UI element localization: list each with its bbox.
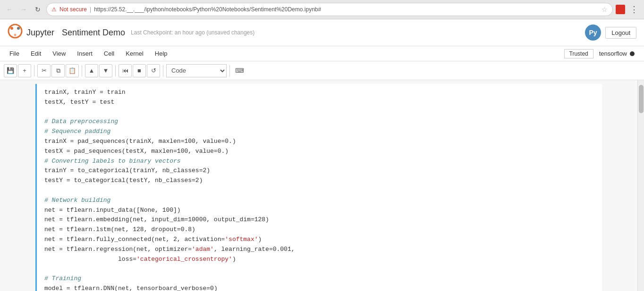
code-line-blank-3 bbox=[44, 264, 598, 274]
code-line-10: net = tflearn.embedding(net, input_dim=1… bbox=[44, 215, 598, 225]
menu-insert[interactable]: Insert bbox=[71, 48, 98, 59]
menu-bar: File Edit View Insert Cell Kernel Help T… bbox=[0, 46, 644, 61]
menu-help[interactable]: Help bbox=[149, 48, 173, 59]
move-up-button[interactable]: ▲ bbox=[85, 64, 98, 77]
toolbar-separator-2 bbox=[82, 65, 82, 76]
svg-point-1 bbox=[10, 27, 13, 30]
code-line-blank-1 bbox=[44, 108, 598, 117]
code-line-14: loss='categorical_crossentropy') bbox=[44, 255, 598, 265]
code-line-2: testX, testY = test bbox=[44, 98, 598, 108]
jupyter-logo: Jupyter bbox=[8, 24, 54, 42]
code-line-13: net = tflearn.regression(net, optimizer=… bbox=[44, 245, 598, 255]
notebook-content: trainX, trainY = train testX, testY = te… bbox=[0, 80, 644, 291]
code-line-5: trainX = pad_sequences(trainX, maxlen=10… bbox=[44, 137, 598, 147]
url-text: https://25.52.__.___/ipython/notebooks/P… bbox=[94, 6, 599, 13]
back-button[interactable]: ← bbox=[4, 4, 15, 15]
jupyter-logo-icon bbox=[8, 24, 23, 42]
logout-button[interactable]: Logout bbox=[605, 27, 636, 39]
menu-kernel[interactable]: Kernel bbox=[120, 48, 149, 59]
url-separator: | bbox=[90, 6, 91, 13]
jupyter-logo-text: Jupyter bbox=[26, 28, 54, 38]
bookmark-button[interactable]: ☆ bbox=[602, 6, 608, 13]
code-line-11: net = tflearn.lstm(net, 128, dropout=0.8… bbox=[44, 225, 598, 235]
menu-view[interactable]: View bbox=[47, 48, 71, 59]
header-right: Py Logout bbox=[585, 24, 636, 41]
trusted-button[interactable]: Trusted bbox=[564, 49, 593, 58]
toolbar-separator-5 bbox=[229, 65, 230, 76]
menu-file[interactable]: File bbox=[4, 48, 25, 59]
browser-chrome: ← → ↻ ⚠ Not secure | https://25.52.__.__… bbox=[0, 0, 644, 19]
code-cell[interactable]: trainX, trainY = train testX, testY = te… bbox=[35, 84, 602, 291]
address-bar[interactable]: ⚠ Not secure | https://25.52.__.___/ipyt… bbox=[46, 3, 613, 16]
scrollbar-track[interactable] bbox=[637, 80, 644, 291]
code-line-9: net = tflearn.input_data([None, 100]) bbox=[44, 206, 598, 216]
cell-input[interactable]: trainX, trainY = train testX, testY = te… bbox=[37, 84, 602, 291]
stop-button[interactable]: ■ bbox=[133, 64, 146, 77]
notebook-inner: trainX, trainY = train testX, testY = te… bbox=[0, 80, 637, 291]
toolbar-separator-3 bbox=[115, 65, 116, 76]
svg-point-2 bbox=[14, 33, 17, 36]
first-cell-button[interactable]: ⏮ bbox=[119, 64, 132, 77]
reload-button[interactable]: ↻ bbox=[32, 4, 43, 15]
move-down-button[interactable]: ▼ bbox=[99, 64, 112, 77]
notebook-title[interactable]: Sentiment Demo bbox=[62, 28, 125, 38]
code-line-1: trainX, trainY = train bbox=[44, 88, 598, 98]
code-line-7: trainY = to_categorical(trainY, nb_class… bbox=[44, 166, 598, 176]
svg-point-3 bbox=[17, 27, 20, 30]
code-line-6: testX = pad_sequences(testX, maxlen=100,… bbox=[44, 147, 598, 157]
menu-edit[interactable]: Edit bbox=[25, 48, 47, 59]
browser-menu-button[interactable]: ⋮ bbox=[628, 4, 640, 15]
kernel-indicator: tensorflow bbox=[593, 50, 640, 57]
notebook-toolbar: 💾 + ✂ ⧉ 📋 ▲ ▼ ⏮ ■ ↺ Code Markdown Raw NB… bbox=[0, 61, 644, 80]
save-button[interactable]: 💾 bbox=[4, 64, 17, 77]
keyboard-shortcuts-button[interactable]: ⌨ bbox=[233, 64, 246, 77]
kernel-name: tensorflow bbox=[599, 50, 627, 57]
copy-button[interactable]: ⧉ bbox=[51, 64, 65, 77]
flag-icon bbox=[616, 5, 625, 14]
code-line-comment-3: # Converting labels to binary vectors bbox=[44, 157, 598, 166]
code-line-comment-4: # Network building bbox=[44, 196, 598, 206]
cut-button[interactable]: ✂ bbox=[37, 64, 51, 77]
checkpoint-info: Last Checkpoint: an hour ago (unsaved ch… bbox=[131, 29, 254, 36]
code-line-comment-5: # Training bbox=[44, 274, 598, 284]
scrollbar-thumb[interactable] bbox=[639, 85, 644, 113]
toolbar-separator-1 bbox=[34, 65, 34, 76]
kernel-status-dot bbox=[630, 51, 635, 56]
forward-button[interactable]: → bbox=[18, 4, 29, 15]
jupyter-header: Jupyter Sentiment Demo Last Checkpoint: … bbox=[0, 19, 644, 46]
toolbar-separator-4 bbox=[163, 65, 163, 76]
security-icon: ⚠ bbox=[51, 6, 57, 13]
code-line-blank-2 bbox=[44, 186, 598, 196]
python-logo: Py bbox=[585, 24, 602, 41]
not-secure-label: Not secure bbox=[59, 6, 87, 13]
code-line-comment-2: # Sequence padding bbox=[44, 127, 598, 137]
cell-type-select[interactable]: Code Markdown Raw NBConvert Heading bbox=[166, 64, 227, 77]
code-line-12: net = tflearn.fully_connected(net, 2, ac… bbox=[44, 235, 598, 245]
code-line-15: model = tflearn.DNN(net, tensorboard_ver… bbox=[44, 284, 598, 291]
restart-button[interactable]: ↺ bbox=[147, 64, 160, 77]
menu-cell[interactable]: Cell bbox=[98, 48, 120, 59]
add-cell-button[interactable]: + bbox=[18, 64, 31, 77]
svg-text:Py: Py bbox=[589, 29, 597, 36]
browser-toolbar: ← → ↻ ⚠ Not secure | https://25.52.__.__… bbox=[0, 0, 644, 19]
code-line-8: testY = to_categorical(testY, nb_classes… bbox=[44, 176, 598, 186]
code-line-comment-1: # Data preprocessing bbox=[44, 117, 598, 127]
paste-button[interactable]: 📋 bbox=[66, 64, 79, 77]
